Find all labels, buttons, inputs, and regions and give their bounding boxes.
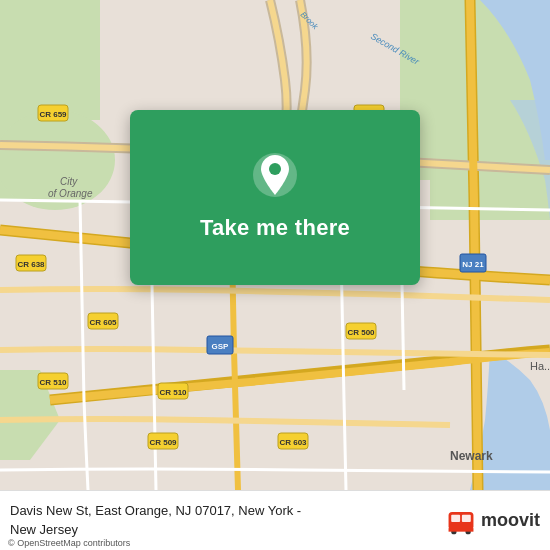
moovit-text: moovit: [481, 510, 540, 531]
map-view: City of Orange Newark Ha... CR 659 CR 67…: [0, 0, 550, 490]
location-pin-icon: [251, 151, 299, 199]
svg-rect-40: [462, 514, 471, 521]
svg-text:CR 605: CR 605: [89, 318, 117, 327]
action-panel: Take me there: [130, 110, 420, 285]
svg-text:CR 509: CR 509: [149, 438, 177, 447]
svg-point-37: [269, 163, 281, 175]
svg-text:of Orange: of Orange: [48, 188, 93, 199]
take-me-there-button[interactable]: Take me there: [188, 211, 362, 245]
svg-text:City: City: [60, 176, 78, 187]
osm-attribution: © OpenStreetMap contributors: [8, 538, 130, 548]
svg-text:CR 510: CR 510: [159, 388, 187, 397]
svg-text:NJ 21: NJ 21: [462, 260, 484, 269]
moovit-logo: moovit: [445, 505, 540, 537]
svg-text:CR 603: CR 603: [279, 438, 307, 447]
address-text: Davis New St, East Orange, NJ 07017, New…: [10, 502, 445, 538]
svg-text:CR 659: CR 659: [39, 110, 67, 119]
svg-text:Ha...: Ha...: [530, 360, 550, 372]
svg-text:CR 510: CR 510: [39, 378, 67, 387]
svg-text:GSP: GSP: [212, 342, 230, 351]
svg-rect-39: [451, 514, 460, 521]
info-bar: Davis New St, East Orange, NJ 07017, New…: [0, 490, 550, 550]
svg-text:CR 500: CR 500: [347, 328, 375, 337]
svg-text:CR 638: CR 638: [17, 260, 45, 269]
svg-text:Newark: Newark: [450, 449, 493, 463]
svg-rect-43: [449, 528, 474, 532]
moovit-icon: [445, 505, 477, 537]
